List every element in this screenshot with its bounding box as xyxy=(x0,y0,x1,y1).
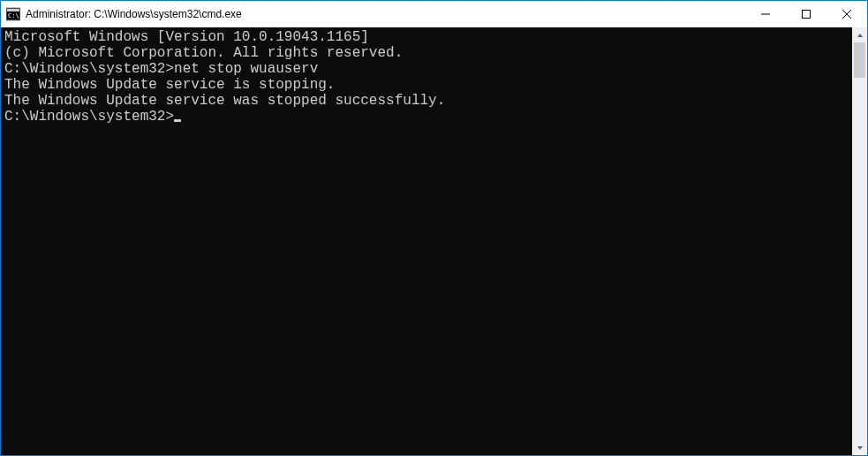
scroll-up-button[interactable] xyxy=(852,27,867,42)
console-line: C:\Windows\system32> xyxy=(4,109,852,125)
console-line: The Windows Update service is stopping. xyxy=(4,77,852,93)
cursor xyxy=(174,119,181,122)
command-text: net stop wuauserv xyxy=(174,61,318,77)
window-controls xyxy=(745,1,867,27)
console-area: Microsoft Windows [Version 10.0.19043.11… xyxy=(1,27,867,455)
cmd-window: C:\ Administrator: C:\Windows\system32\c… xyxy=(0,0,868,456)
maximize-button[interactable] xyxy=(786,1,826,27)
close-button[interactable] xyxy=(826,1,867,27)
svg-rect-4 xyxy=(803,11,811,19)
svg-text:C:\: C:\ xyxy=(8,12,19,19)
minimize-button[interactable] xyxy=(745,1,786,27)
svg-marker-7 xyxy=(857,34,863,37)
svg-rect-1 xyxy=(7,9,19,11)
cmd-icon: C:\ xyxy=(6,7,20,21)
console-output[interactable]: Microsoft Windows [Version 10.0.19043.11… xyxy=(1,27,852,455)
scrollbar-thumb[interactable] xyxy=(854,42,865,78)
scroll-down-button[interactable] xyxy=(852,440,867,455)
console-line: Microsoft Windows [Version 10.0.19043.11… xyxy=(4,29,852,45)
console-line: C:\Windows\system32>net stop wuauserv xyxy=(4,61,852,77)
console-line: (c) Microsoft Corporation. All rights re… xyxy=(4,45,852,61)
vertical-scrollbar[interactable] xyxy=(852,27,867,455)
window-title: Administrator: C:\Windows\system32\cmd.e… xyxy=(26,8,745,20)
svg-marker-8 xyxy=(857,446,863,450)
console-line: The Windows Update service was stopped s… xyxy=(4,93,852,109)
titlebar[interactable]: C:\ Administrator: C:\Windows\system32\c… xyxy=(1,1,867,27)
prompt: C:\Windows\system32> xyxy=(4,109,174,125)
prompt: C:\Windows\system32> xyxy=(4,61,174,77)
